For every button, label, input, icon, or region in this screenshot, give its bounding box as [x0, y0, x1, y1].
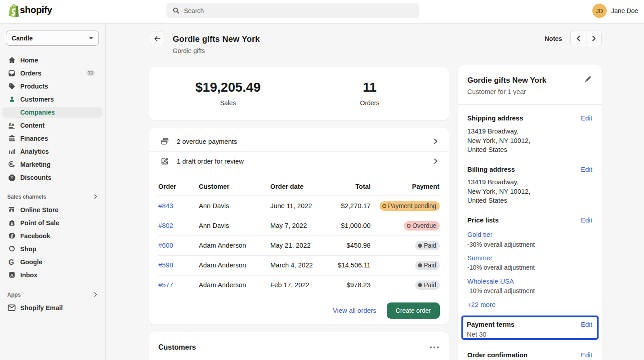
- svg-text:G: G: [9, 258, 14, 266]
- svg-text:Aa: Aa: [9, 122, 14, 127]
- svg-text:S: S: [10, 273, 13, 277]
- svg-text:S: S: [11, 222, 13, 226]
